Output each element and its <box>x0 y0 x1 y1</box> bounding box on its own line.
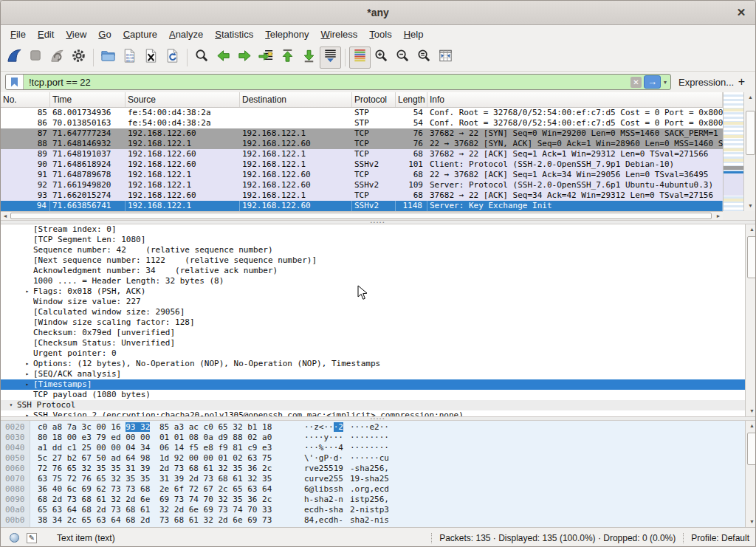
menu-statistics[interactable]: Statistics <box>209 27 259 42</box>
profile-selector[interactable]: Profile: Default <box>691 533 749 543</box>
detail-line[interactable]: ▸SSH Version 2 (encryption:chacha20-poly… <box>1 410 745 416</box>
scroll-down-icon[interactable]: ▼ <box>746 407 756 416</box>
scrollbar-thumb[interactable] <box>747 433 756 465</box>
collapsed-expander-icon[interactable]: ▸ <box>21 369 33 379</box>
first-packet-button[interactable] <box>277 47 298 69</box>
filter-value[interactable]: !tcp.port == 22 <box>24 77 630 88</box>
column-header-length[interactable]: Length <box>396 92 427 107</box>
detail-line[interactable]: Acknowledgment number: 34 (relative ack … <box>1 266 745 276</box>
zoom-out-button[interactable] <box>392 47 413 69</box>
filter-bookmark-button[interactable] <box>6 75 24 89</box>
detail-line[interactable]: [Stream index: 0] <box>1 224 745 235</box>
collapsed-expander-icon[interactable]: ▸ <box>21 410 33 416</box>
packet-row-85[interactable]: 8568.001734936fe:54:00:d4:38:2aSTP54Conf… <box>1 108 723 118</box>
capture-comment-icon[interactable]: ✎ <box>27 533 37 543</box>
filter-apply-icon[interactable]: → <box>644 75 661 89</box>
previous-packet-button[interactable] <box>213 47 234 69</box>
menu-tools[interactable]: Tools <box>363 27 397 42</box>
expert-info-icon[interactable] <box>10 533 19 543</box>
hex-row-0080[interactable]: 008036 40 6c 69 62 73 73 682e 6f 72 67 2… <box>1 484 745 495</box>
menu-file[interactable]: File <box>4 27 32 42</box>
expanded-expander-icon[interactable]: ▾ <box>5 400 17 410</box>
find-packet-button[interactable] <box>191 47 213 69</box>
hex-row-0030[interactable]: 003080 18 00 e3 79 ed 00 0001 01 08 0a d… <box>1 433 745 443</box>
column-header-info[interactable]: Info <box>427 92 723 107</box>
menu-wireless[interactable]: Wireless <box>315 27 364 42</box>
packet-row-93[interactable]: 9371.662015274192.168.122.60192.168.122.… <box>1 190 723 201</box>
packet-list-scrollbar[interactable]: ▲ ▼ <box>743 92 756 211</box>
scroll-up-icon[interactable]: ▲ <box>746 422 756 430</box>
detail-line[interactable]: ▸[SEQ/ACK analysis] <box>1 369 745 379</box>
open-file-button[interactable] <box>97 47 119 69</box>
detail-line[interactable]: ▸Flags: 0x018 (PSH, ACK) <box>1 286 745 297</box>
packet-row-89[interactable]: 8971.648191037192.168.122.60192.168.122.… <box>1 149 723 159</box>
menu-help[interactable]: Help <box>398 27 430 42</box>
reload-file-button[interactable] <box>162 47 183 69</box>
detail-line[interactable]: [Next sequence number: 1122 (relative se… <box>1 255 745 266</box>
scroll-left-icon[interactable]: ◄ <box>1 212 10 220</box>
packet-row-87[interactable]: 8771.647777234192.168.122.60192.168.122.… <box>1 128 723 139</box>
zoom-in-button[interactable] <box>371 47 392 69</box>
scroll-up-icon[interactable]: ▲ <box>744 93 756 102</box>
display-filter-input[interactable]: !tcp.port == 22 ✕ → ▾ <box>5 74 671 90</box>
filter-dropdown-icon[interactable]: ▾ <box>662 79 670 86</box>
hex-row-0090[interactable]: 009068 2d 73 68 61 32 2d 6e69 73 74 70 3… <box>1 495 745 505</box>
detail-line[interactable]: [TCP Segment Len: 1080] <box>1 235 745 245</box>
packet-list-hscrollbar[interactable]: ◄ ► <box>1 211 723 220</box>
last-packet-button[interactable] <box>298 47 320 69</box>
packet-list-minimap[interactable] <box>723 92 743 211</box>
packet-row-90[interactable]: 9071.648618924192.168.122.60192.168.122.… <box>1 159 723 170</box>
collapsed-expander-icon[interactable]: ▸ <box>21 379 33 390</box>
collapsed-expander-icon[interactable]: ▸ <box>21 359 33 369</box>
detail-line[interactable]: Window size value: 227 <box>1 297 745 307</box>
column-header-destination[interactable]: Destination <box>240 92 352 107</box>
detail-line[interactable]: Urgent pointer: 0 <box>1 348 745 359</box>
menu-go[interactable]: Go <box>92 27 117 42</box>
detail-scrollbar[interactable]: ▲ ▼ <box>745 224 756 416</box>
detail-line[interactable]: 1000 .... = Header Length: 32 bytes (8) <box>1 276 745 286</box>
add-filter-button[interactable]: + <box>738 75 745 89</box>
hex-row-0040[interactable]: 0040a1 dd c1 25 00 00 04 3406 14 f5 e8 f… <box>1 443 745 453</box>
detail-line[interactable]: Sequence number: 42 (relative sequence n… <box>1 245 745 255</box>
hex-row-0060[interactable]: 006072 76 65 32 35 35 31 392d 73 68 61 3… <box>1 464 745 474</box>
close-file-button[interactable] <box>140 47 162 69</box>
detail-line[interactable]: [Window size scaling factor: 128] <box>1 317 745 328</box>
save-file-button[interactable]: 010101100011 <box>119 47 140 69</box>
hex-row-0070[interactable]: 007063 75 72 76 65 32 35 3531 39 2d 73 6… <box>1 474 745 484</box>
close-icon[interactable]: ✕ <box>734 5 749 20</box>
detail-line[interactable]: ▾SSH Protocol <box>1 400 745 410</box>
column-header-time[interactable]: Time <box>50 92 126 107</box>
column-header-source[interactable]: Source <box>126 92 240 107</box>
colorize-button[interactable] <box>349 47 371 69</box>
hex-row-00b0[interactable]: 00b038 34 2c 65 63 64 68 2d73 68 61 32 2… <box>1 515 745 526</box>
packet-row-88[interactable]: 8871.648146932192.168.122.1192.168.122.6… <box>1 139 723 149</box>
start-capture-button[interactable] <box>4 47 25 69</box>
packet-row-92[interactable]: 9271.661949820192.168.122.1192.168.122.6… <box>1 180 723 190</box>
detail-line[interactable]: ▸Options: (12 bytes), No-Operation (NOP)… <box>1 359 745 369</box>
menu-telephony[interactable]: Telephony <box>259 27 315 42</box>
scrollbar-thumb[interactable] <box>747 236 756 278</box>
detail-line[interactable]: [Checksum Status: Unverified] <box>1 338 745 348</box>
detail-line[interactable]: TCP payload (1080 bytes) <box>1 390 745 400</box>
auto-scroll-button[interactable] <box>320 47 341 69</box>
resize-columns-button[interactable] <box>435 47 456 69</box>
hex-scrollbar[interactable]: ▲ ▼ <box>745 421 756 527</box>
hex-row-00a0[interactable]: 00a065 63 64 68 2d 73 68 6132 2d 6e 69 7… <box>1 505 745 515</box>
menu-analyze[interactable]: Analyze <box>163 27 209 42</box>
menu-view[interactable]: View <box>60 27 92 42</box>
hex-row-0020[interactable]: 0020c0 a8 7a 3c 00 16 93 3285 a3 ac c0 6… <box>1 422 745 433</box>
column-header-no[interactable]: No. <box>1 92 50 107</box>
expression-button[interactable]: Expression... <box>678 77 734 88</box>
packet-row-91[interactable]: 9171.648789678192.168.122.1192.168.122.6… <box>1 170 723 180</box>
filter-clear-icon[interactable]: ✕ <box>630 77 642 88</box>
next-packet-button[interactable] <box>234 47 255 69</box>
stop-capture-button[interactable] <box>25 47 47 69</box>
capture-options-button[interactable] <box>68 47 89 69</box>
go-to-packet-button[interactable] <box>255 47 277 69</box>
packet-row-94[interactable]: 9471.663856741192.168.122.1192.168.122.6… <box>1 201 723 211</box>
hscrollbar-thumb[interactable] <box>10 213 712 219</box>
scrollbar-thumb[interactable] <box>746 111 755 155</box>
zoom-reset-button[interactable] <box>413 47 435 69</box>
scroll-up-icon[interactable]: ▲ <box>746 225 756 234</box>
scroll-down-icon[interactable]: ▼ <box>744 202 756 210</box>
